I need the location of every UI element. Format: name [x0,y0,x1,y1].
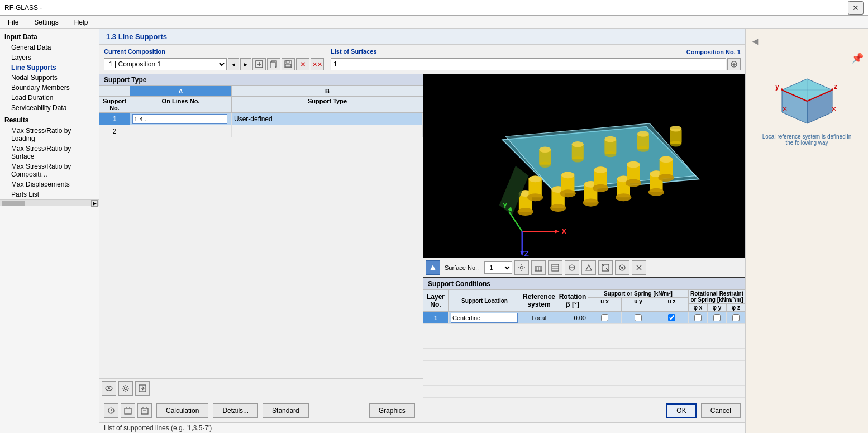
table-toolbar [99,378,423,398]
cond-td-uz[interactable] [655,312,689,323]
checkbox-phix[interactable] [694,314,702,321]
table-row[interactable]: 1 User-defined [99,113,423,125]
menu-settings[interactable]: Settings [31,17,61,27]
sidebar-item-max-stress-composition[interactable]: Max Stress/Ratio by Compositi… [0,161,95,179]
close-button[interactable]: ✕ [848,1,864,15]
td-type-1: User-defined [232,113,423,125]
composition-save-btn[interactable] [282,58,295,70]
sidebar-item-parts-list[interactable]: Parts List [0,189,99,199]
svg-point-98 [621,267,623,269]
surface-no-row: Surface No.: 1 [442,261,512,274]
cancel-button[interactable]: Cancel [701,403,741,418]
surfaces-picker-btn[interactable] [727,58,741,70]
cond-empty-row [423,324,745,336]
surfaces-input[interactable] [331,58,726,70]
calculation-button[interactable]: Calculation [156,403,208,418]
composition-delete-all-btn[interactable]: ✕✕ [311,58,324,70]
sidebar-item-serviceability-data[interactable]: Serviceability Data [0,103,99,113]
sidebar-item-boundary-members[interactable]: Boundary Members [0,83,99,93]
svg-point-48 [594,166,607,173]
menu-help[interactable]: Help [71,17,92,27]
ref-system-svg: y z ✕ ✕ [771,73,843,129]
td-lines-input[interactable] [132,114,227,124]
svg-point-25 [550,204,566,212]
cond-empty-row [423,349,745,361]
sidebar-item-line-supports[interactable]: Line Supports [0,63,99,73]
view-3d: X Y Z [423,74,745,398]
cond-row[interactable]: 1 Local 0.00 [423,312,745,324]
svg-point-53 [626,179,641,187]
view-btn-4[interactable] [581,260,596,275]
td-lines-1[interactable] [130,113,232,125]
composition-copy-btn[interactable] [267,58,280,70]
svg-point-12 [108,387,110,389]
cond-td-ux[interactable] [588,312,622,323]
standard-button[interactable]: Standard [263,403,309,418]
top-panel: Current Composition 1 | Composition 1 ◄ … [99,45,745,74]
sidebar-item-load-duration[interactable]: Load Duration [0,93,99,103]
support-type-table-area: Support Type A B Support No. On Lines No… [99,74,423,398]
view-btn-6[interactable] [615,260,629,275]
sidebar-item-nodal-supports[interactable]: Nodal Supports [0,73,99,83]
checkbox-phiz[interactable] [732,314,740,321]
bottom-bar-left [104,403,152,418]
bottom-icon-btn-1[interactable] [104,403,118,418]
sidebar-item-max-displacements[interactable]: Max Displacements [0,179,99,189]
toolbar-export-btn[interactable] [135,381,150,396]
svg-point-49 [593,184,608,192]
composition-combo[interactable]: 1 | Composition 1 [104,58,227,70]
composition-new-btn[interactable] [252,58,266,70]
svg-text:Z: Z [524,249,529,258]
view-btn-3[interactable] [565,260,579,275]
cond-sub-support: u x u y u z [588,298,688,311]
bottom-icon-btn-2[interactable] [121,403,135,418]
collapse-arrow-icon[interactable]: ◄ [750,36,760,47]
sidebar-item-max-stress-loading[interactable]: Max Stress/Ratio by Loading [0,126,99,144]
sidebar-scrollbar[interactable]: ▶ [0,199,99,206]
surfaces-section: List of Surfaces Composition No. 1 [331,48,741,70]
checkbox-uz[interactable] [668,314,675,321]
svg-rect-4 [270,62,275,68]
cond-td-phiy[interactable] [708,312,727,323]
view-btn-2[interactable] [548,260,562,275]
menu-file[interactable]: File [4,17,22,27]
cond-td-phiz[interactable] [727,312,745,323]
sidebar-scroll-right[interactable]: ▶ [91,200,98,207]
toolbar-eye-btn[interactable] [102,381,116,396]
surface-no-select[interactable]: 1 [484,261,512,274]
composition-next-btn[interactable]: ► [240,58,251,70]
cond-td-uy[interactable] [622,312,655,323]
checkbox-uy[interactable] [635,314,642,321]
sidebar-results-header: Results [0,113,99,126]
cond-group-rotational: Rotational Restraint or Spring [kNm/°/m]… [689,290,745,311]
sidebar-item-layers[interactable]: Layers [0,53,99,63]
checkbox-ux[interactable] [601,314,608,321]
view-3d-canvas[interactable]: X Y Z [423,74,745,258]
table-row[interactable]: 2 [99,125,423,137]
graphics-button[interactable]: Graphics [369,403,415,418]
view-btn-5[interactable] [598,260,613,275]
td-no-2: 2 [99,125,130,137]
composition-prev-btn[interactable]: ◄ [228,58,239,70]
checkbox-phiy[interactable] [713,314,721,321]
sidebar-item-general-data[interactable]: General Data [0,42,99,53]
ok-button[interactable]: OK [666,403,696,418]
composition-delete-btn[interactable]: ✕ [296,58,309,70]
view-render-btn[interactable] [426,260,440,275]
cond-td-location [449,312,521,323]
details-button[interactable]: Details... [213,403,258,418]
svg-rect-7 [285,64,291,67]
th-support-no-empty [99,86,130,96]
view-btn-7[interactable] [632,260,646,275]
pin-icon[interactable]: 📌 [851,52,864,64]
cond-td-phix[interactable] [689,312,708,323]
view-settings-btn[interactable] [514,260,529,275]
view-btn-1[interactable] [531,260,546,275]
svg-rect-107 [141,408,148,414]
td-type-2 [232,125,423,137]
svg-marker-83 [430,265,436,270]
toolbar-settings-btn[interactable] [118,381,133,396]
bottom-icon-btn-3[interactable] [137,403,152,418]
sidebar-item-max-stress-surface[interactable]: Max Stress/Ratio by Surface [0,144,99,161]
cond-location-input[interactable] [451,313,518,323]
